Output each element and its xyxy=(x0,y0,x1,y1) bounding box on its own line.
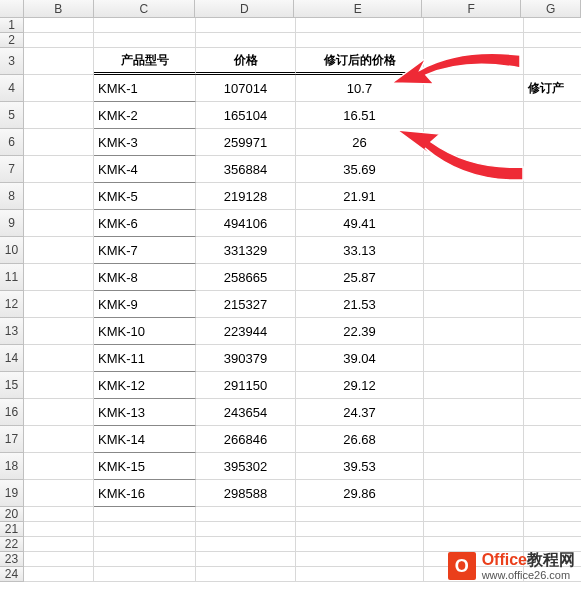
row-header-11[interactable]: 11 xyxy=(0,264,24,291)
cell-B20[interactable] xyxy=(24,507,94,522)
cell-C23[interactable] xyxy=(94,552,196,567)
cell-C1[interactable] xyxy=(94,18,196,33)
cell-B7[interactable] xyxy=(24,156,94,183)
table-cell-revised-7[interactable]: 35.69 xyxy=(296,156,424,183)
cell-F19[interactable] xyxy=(424,480,524,507)
corner-header[interactable] xyxy=(0,0,24,17)
cell-G20[interactable] xyxy=(524,507,581,522)
cell-F14[interactable] xyxy=(424,345,524,372)
row-header-1[interactable]: 1 xyxy=(0,18,24,33)
table-header-price[interactable]: 价格 xyxy=(196,48,296,75)
cell-F15[interactable] xyxy=(424,372,524,399)
cell-D1[interactable] xyxy=(196,18,296,33)
cell-G3[interactable] xyxy=(524,48,581,75)
cell-G9[interactable] xyxy=(524,210,581,237)
cell-B24[interactable] xyxy=(24,567,94,582)
table-cell-price-6[interactable]: 259971 xyxy=(196,129,296,156)
cell-F11[interactable] xyxy=(424,264,524,291)
row-header-12[interactable]: 12 xyxy=(0,291,24,318)
table-cell-revised-14[interactable]: 39.04 xyxy=(296,345,424,372)
column-header-E[interactable]: E xyxy=(294,0,421,17)
cell-G10[interactable] xyxy=(524,237,581,264)
row-header-13[interactable]: 13 xyxy=(0,318,24,345)
table-cell-model-6[interactable]: KMK-3 xyxy=(94,129,196,156)
cell-G6[interactable] xyxy=(524,129,581,156)
cell-G5[interactable] xyxy=(524,102,581,129)
table-cell-revised-6[interactable]: 26 xyxy=(296,129,424,156)
cell-B14[interactable] xyxy=(24,345,94,372)
cell-F18[interactable] xyxy=(424,453,524,480)
cell-G2[interactable] xyxy=(524,33,581,48)
row-header-7[interactable]: 7 xyxy=(0,156,24,183)
cell-B12[interactable] xyxy=(24,291,94,318)
table-cell-model-9[interactable]: KMK-6 xyxy=(94,210,196,237)
cell-D23[interactable] xyxy=(196,552,296,567)
table-cell-revised-17[interactable]: 26.68 xyxy=(296,426,424,453)
cell-B19[interactable] xyxy=(24,480,94,507)
cell-G17[interactable] xyxy=(524,426,581,453)
row-header-22[interactable]: 22 xyxy=(0,537,24,552)
cell-B4[interactable] xyxy=(24,75,94,102)
cell-F22[interactable] xyxy=(424,537,524,552)
cell-B15[interactable] xyxy=(24,372,94,399)
cell-B3[interactable] xyxy=(24,48,94,75)
table-cell-model-5[interactable]: KMK-2 xyxy=(94,102,196,129)
row-header-2[interactable]: 2 xyxy=(0,33,24,48)
cell-F9[interactable] xyxy=(424,210,524,237)
cell-B18[interactable] xyxy=(24,453,94,480)
row-header-19[interactable]: 19 xyxy=(0,480,24,507)
row-header-8[interactable]: 8 xyxy=(0,183,24,210)
table-cell-model-13[interactable]: KMK-10 xyxy=(94,318,196,345)
table-cell-price-19[interactable]: 298588 xyxy=(196,480,296,507)
cell-G19[interactable] xyxy=(524,480,581,507)
cell-E21[interactable] xyxy=(296,522,424,537)
cell-G18[interactable] xyxy=(524,453,581,480)
cell-F6[interactable] xyxy=(424,129,524,156)
table-cell-price-5[interactable]: 165104 xyxy=(196,102,296,129)
cell-B10[interactable] xyxy=(24,237,94,264)
column-header-G[interactable]: G xyxy=(521,0,581,17)
cell-B1[interactable] xyxy=(24,18,94,33)
cell-F8[interactable] xyxy=(424,183,524,210)
table-cell-price-15[interactable]: 291150 xyxy=(196,372,296,399)
table-cell-model-19[interactable]: KMK-16 xyxy=(94,480,196,507)
table-cell-price-4[interactable]: 107014 xyxy=(196,75,296,102)
row-header-23[interactable]: 23 xyxy=(0,552,24,567)
row-header-24[interactable]: 24 xyxy=(0,567,24,582)
cell-E2[interactable] xyxy=(296,33,424,48)
cell-F4[interactable] xyxy=(424,75,524,102)
cell-G12[interactable] xyxy=(524,291,581,318)
cell-F10[interactable] xyxy=(424,237,524,264)
row-header-6[interactable]: 6 xyxy=(0,129,24,156)
cell-F12[interactable] xyxy=(424,291,524,318)
row-header-10[interactable]: 10 xyxy=(0,237,24,264)
cell-G4[interactable]: 修订产 xyxy=(524,75,581,102)
cell-B16[interactable] xyxy=(24,399,94,426)
cell-E20[interactable] xyxy=(296,507,424,522)
cell-F5[interactable] xyxy=(424,102,524,129)
cell-G8[interactable] xyxy=(524,183,581,210)
row-header-16[interactable]: 16 xyxy=(0,399,24,426)
cell-E22[interactable] xyxy=(296,537,424,552)
cell-B2[interactable] xyxy=(24,33,94,48)
cell-C2[interactable] xyxy=(94,33,196,48)
cell-G13[interactable] xyxy=(524,318,581,345)
table-cell-model-7[interactable]: KMK-4 xyxy=(94,156,196,183)
row-header-15[interactable]: 15 xyxy=(0,372,24,399)
cell-B5[interactable] xyxy=(24,102,94,129)
column-header-D[interactable]: D xyxy=(195,0,294,17)
table-cell-price-17[interactable]: 266846 xyxy=(196,426,296,453)
cell-G11[interactable] xyxy=(524,264,581,291)
table-cell-revised-5[interactable]: 16.51 xyxy=(296,102,424,129)
row-header-4[interactable]: 4 xyxy=(0,75,24,102)
table-cell-revised-12[interactable]: 21.53 xyxy=(296,291,424,318)
table-cell-model-12[interactable]: KMK-9 xyxy=(94,291,196,318)
row-header-20[interactable]: 20 xyxy=(0,507,24,522)
table-cell-price-11[interactable]: 258665 xyxy=(196,264,296,291)
cell-B22[interactable] xyxy=(24,537,94,552)
cell-D22[interactable] xyxy=(196,537,296,552)
table-cell-revised-11[interactable]: 25.87 xyxy=(296,264,424,291)
cell-C24[interactable] xyxy=(94,567,196,582)
table-cell-revised-4[interactable]: 10.7 xyxy=(296,75,424,102)
cell-D24[interactable] xyxy=(196,567,296,582)
